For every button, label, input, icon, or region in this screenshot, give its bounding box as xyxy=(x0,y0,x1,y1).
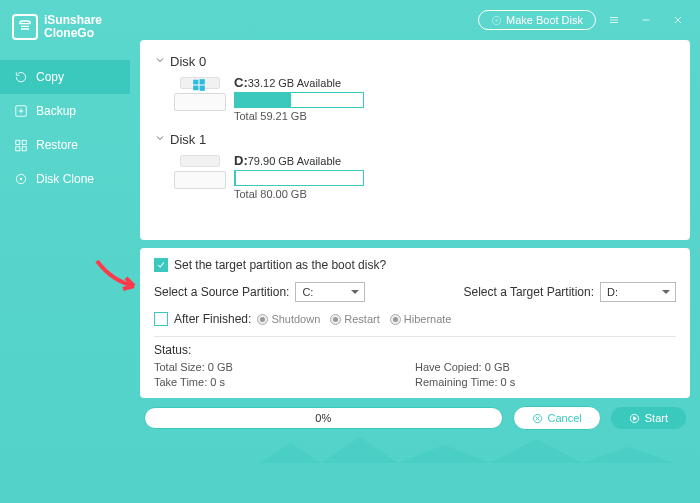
disks-panel: Disk 0 C:33.12 GB Available Total 59.21 … xyxy=(140,40,690,240)
svg-rect-2 xyxy=(22,140,26,144)
svg-rect-3 xyxy=(16,147,20,151)
disk-title-label: Disk 1 xyxy=(170,132,206,147)
cancel-button[interactable]: Cancel xyxy=(513,406,601,430)
status-title: Status: xyxy=(154,343,676,357)
cancel-label: Cancel xyxy=(548,412,582,424)
logo-icon xyxy=(12,14,38,40)
source-partition-select[interactable]: C: xyxy=(295,282,365,302)
bottom-bar: 0% Cancel Start xyxy=(140,406,690,434)
start-button[interactable]: Start xyxy=(611,407,686,429)
sidebar: iSunshare CloneGo Copy Backup Restore Di… xyxy=(0,0,130,503)
disk-0-header[interactable]: Disk 0 xyxy=(154,54,676,69)
status-take-time: Take Time: 0 s xyxy=(154,376,415,388)
disk-title-label: Disk 0 xyxy=(170,54,206,69)
radio-label: Shutdown xyxy=(271,313,320,325)
app-logo: iSunshare CloneGo xyxy=(0,14,130,60)
disk-icon xyxy=(174,75,226,111)
part-total: Total 80.00 GB xyxy=(234,188,364,200)
radio-hibernate[interactable]: Hibernate xyxy=(390,313,452,325)
svg-rect-1 xyxy=(16,140,20,144)
target-partition-label: Select a Target Partition: xyxy=(463,285,594,299)
after-finished-label: After Finished: xyxy=(174,312,251,326)
radio-label: Hibernate xyxy=(404,313,452,325)
target-partition-value: D: xyxy=(607,286,618,298)
part-letter: C: xyxy=(234,75,248,90)
radio-restart[interactable]: Restart xyxy=(330,313,379,325)
windows-icon xyxy=(190,78,208,92)
sidebar-item-label: Copy xyxy=(36,70,64,84)
sidebar-item-backup[interactable]: Backup xyxy=(0,94,130,128)
backup-icon xyxy=(14,104,28,118)
sidebar-item-label: Restore xyxy=(36,138,78,152)
target-partition-select[interactable]: D: xyxy=(600,282,676,302)
radio-dot-icon xyxy=(330,314,341,325)
status-remaining-time: Remaining Time: 0 s xyxy=(415,376,676,388)
chevron-down-icon xyxy=(154,132,166,147)
radio-dot-icon xyxy=(390,314,401,325)
svg-rect-11 xyxy=(193,86,198,91)
sidebar-item-label: Backup xyxy=(36,104,76,118)
partition-row-c[interactable]: C:33.12 GB Available Total 59.21 GB xyxy=(154,75,676,122)
app-name-2: CloneGo xyxy=(44,27,102,40)
svg-rect-10 xyxy=(200,79,205,84)
cancel-icon xyxy=(532,413,543,424)
sidebar-item-label: Disk Clone xyxy=(36,172,94,186)
radio-shutdown[interactable]: Shutdown xyxy=(257,313,320,325)
config-panel: Set the target partition as the boot dis… xyxy=(140,248,690,398)
progress-bar: 0% xyxy=(144,407,503,429)
disk-1-header[interactable]: Disk 1 xyxy=(154,132,676,147)
source-partition-label: Select a Source Partition: xyxy=(154,285,289,299)
boot-disk-checkbox[interactable] xyxy=(154,258,168,272)
restore-icon xyxy=(14,138,28,152)
sidebar-item-copy[interactable]: Copy xyxy=(0,60,130,94)
part-letter: D: xyxy=(234,153,248,168)
svg-rect-12 xyxy=(200,86,205,91)
copy-icon xyxy=(14,70,28,84)
svg-rect-4 xyxy=(22,147,26,151)
partition-row-d[interactable]: D:79.90 GB Available Total 80.00 GB xyxy=(154,153,676,200)
start-label: Start xyxy=(645,412,668,424)
decorative-trees xyxy=(260,429,690,463)
chevron-down-icon xyxy=(154,54,166,69)
sidebar-item-restore[interactable]: Restore xyxy=(0,128,130,162)
disk-icon xyxy=(174,153,226,189)
after-finished-checkbox[interactable] xyxy=(154,312,168,326)
source-partition-value: C: xyxy=(302,286,313,298)
status-total-size: Total Size: 0 GB xyxy=(154,361,415,373)
progress-text: 0% xyxy=(315,412,331,424)
part-total: Total 59.21 GB xyxy=(234,110,364,122)
partition-usage-bar xyxy=(234,170,364,186)
boot-disk-label: Set the target partition as the boot dis… xyxy=(174,258,386,272)
partition-usage-bar xyxy=(234,92,364,108)
part-avail: 79.90 GB Available xyxy=(248,155,341,167)
main-content: Disk 0 C:33.12 GB Available Total 59.21 … xyxy=(130,0,700,503)
svg-rect-9 xyxy=(193,80,198,85)
radio-label: Restart xyxy=(344,313,379,325)
play-icon xyxy=(629,413,640,424)
disk-clone-icon xyxy=(14,172,28,186)
part-avail: 33.12 GB Available xyxy=(248,77,341,89)
sidebar-item-disk-clone[interactable]: Disk Clone xyxy=(0,162,130,196)
status-have-copied: Have Copied: 0 GB xyxy=(415,361,676,373)
radio-dot-icon xyxy=(257,314,268,325)
svg-point-6 xyxy=(20,178,22,180)
